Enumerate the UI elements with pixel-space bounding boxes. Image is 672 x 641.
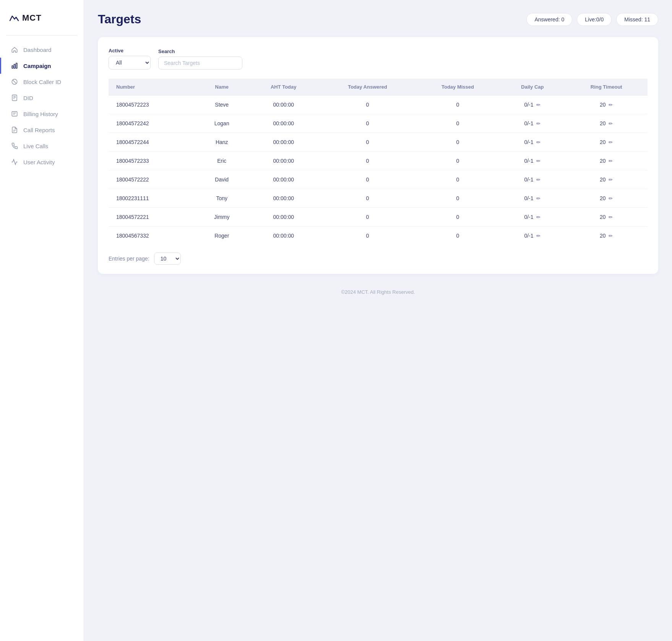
live-calls-icon [10,142,19,149]
page-header: Targets Answered: 0 Live:0/0 Missed: 11 [98,12,658,26]
billing-icon [10,110,19,117]
edit-daily-cap-icon[interactable]: ✏ [536,177,541,183]
edit-daily-cap-icon[interactable]: ✏ [536,102,541,108]
header-badges: Answered: 0 Live:0/0 Missed: 11 [526,13,658,26]
cell-daily-cap: 0/-1 ✏ [500,96,565,114]
active-filter-group: Active All Active Inactive [109,48,151,70]
cell-ring-timeout: 20 ✏ [565,170,648,189]
cell-ring-timeout: 20 ✏ [565,152,648,170]
cell-ring-timeout: 20 ✏ [565,189,648,208]
edit-ring-timeout-icon[interactable]: ✏ [609,158,613,164]
activity-icon [10,159,19,165]
edit-daily-cap-icon[interactable]: ✏ [536,196,541,201]
sidebar-item-call-reports[interactable]: Call Reports [0,122,84,138]
sidebar-item-block-caller-id[interactable]: Block Caller ID [0,74,84,90]
svg-rect-5 [12,95,17,101]
sidebar-item-campaign[interactable]: Campaign [0,58,84,74]
cell-today-missed: 0 [416,208,500,227]
edit-ring-timeout-icon[interactable]: ✏ [609,102,613,108]
home-icon [10,46,19,53]
bar-chart-icon [10,62,19,69]
svg-line-4 [13,80,16,84]
cell-name: David [196,170,248,189]
logo-icon [9,14,20,22]
cell-aht-today: 00:00:00 [248,152,319,170]
cell-daily-cap: 0/-1 ✏ [500,208,565,227]
table-row: 18004572221 Jimmy 00:00:00 0 0 0/-1 ✏ 20… [109,208,648,227]
cell-today-missed: 0 [416,96,500,114]
cell-daily-cap: 0/-1 ✏ [500,114,565,133]
sidebar-item-live-calls[interactable]: Live Calls [0,138,84,154]
edit-daily-cap-icon[interactable]: ✏ [536,214,541,220]
table-body: 18004572223 Steve 00:00:00 0 0 0/-1 ✏ 20… [109,96,648,245]
table-footer: Entries per page: 10 25 50 100 [109,253,648,265]
edit-daily-cap-icon[interactable]: ✏ [536,121,541,126]
targets-card: Active All Active Inactive Search Number… [98,37,658,274]
copyright-text: ©2024 MCT. All Rights Reserved. [341,289,415,295]
cell-number: 18004572233 [109,152,196,170]
cell-today-answered: 0 [319,170,416,189]
sidebar-item-did[interactable]: DID [0,90,84,106]
cell-name: Steve [196,96,248,114]
cell-today-answered: 0 [319,114,416,133]
cell-aht-today: 00:00:00 [248,227,319,245]
cell-daily-cap: 0/-1 ✏ [500,189,565,208]
svg-rect-1 [14,64,15,68]
edit-daily-cap-icon[interactable]: ✏ [536,233,541,239]
col-today-answered: Today Answered [319,79,416,96]
cell-today-answered: 0 [319,96,416,114]
svg-rect-0 [12,66,13,68]
sidebar-item-live-calls-label: Live Calls [23,143,48,149]
cell-today-answered: 0 [319,227,416,245]
edit-ring-timeout-icon[interactable]: ✏ [609,139,613,145]
cell-aht-today: 00:00:00 [248,189,319,208]
cell-aht-today: 00:00:00 [248,133,319,152]
cell-today-answered: 0 [319,189,416,208]
entries-per-page-select[interactable]: 10 25 50 100 [154,253,181,265]
edit-ring-timeout-icon[interactable]: ✏ [609,214,613,220]
targets-table: Number Name AHT Today Today Answered Tod… [109,79,648,245]
table-row: 18004572242 Logan 00:00:00 0 0 0/-1 ✏ 20… [109,114,648,133]
cell-ring-timeout: 20 ✏ [565,114,648,133]
search-input[interactable] [158,57,242,70]
cell-aht-today: 00:00:00 [248,170,319,189]
edit-ring-timeout-icon[interactable]: ✏ [609,233,613,239]
svg-rect-2 [16,63,17,68]
table-header: Number Name AHT Today Today Answered Tod… [109,79,648,96]
filters-row: Active All Active Inactive Search [109,48,648,70]
cell-aht-today: 00:00:00 [248,208,319,227]
logo-area: MCT [0,9,84,35]
active-filter-select[interactable]: All Active Inactive [109,56,151,70]
cell-name: Jimmy [196,208,248,227]
cell-today-missed: 0 [416,133,500,152]
logo-text: MCT [22,13,42,23]
cell-name: Eric [196,152,248,170]
edit-ring-timeout-icon[interactable]: ✏ [609,177,613,183]
cell-ring-timeout: 20 ✏ [565,208,648,227]
cell-today-missed: 0 [416,114,500,133]
edit-daily-cap-icon[interactable]: ✏ [536,139,541,145]
edit-ring-timeout-icon[interactable]: ✏ [609,121,613,126]
missed-badge: Missed: 11 [616,13,658,26]
call-reports-icon [10,126,19,133]
sidebar-item-did-label: DID [23,95,33,101]
cell-name: Tony [196,189,248,208]
cell-ring-timeout: 20 ✏ [565,227,648,245]
cell-daily-cap: 0/-1 ✏ [500,170,565,189]
cell-name: Roger [196,227,248,245]
edit-daily-cap-icon[interactable]: ✏ [536,158,541,164]
cell-today-answered: 0 [319,133,416,152]
col-today-missed: Today Missed [416,79,500,96]
sidebar-item-dashboard[interactable]: Dashboard [0,42,84,58]
entries-per-page-label: Entries per page: [109,256,149,262]
col-name: Name [196,79,248,96]
sidebar-item-user-activity[interactable]: User Activity [0,154,84,170]
sidebar-item-billing-history-label: Billing History [23,111,58,117]
edit-ring-timeout-icon[interactable]: ✏ [609,196,613,201]
sidebar-item-call-reports-label: Call Reports [23,127,55,133]
sidebar-item-billing-history[interactable]: Billing History [0,106,84,122]
cell-daily-cap: 0/-1 ✏ [500,227,565,245]
cell-number: 18004572242 [109,114,196,133]
sidebar-item-campaign-label: Campaign [23,63,51,69]
main-content: Targets Answered: 0 Live:0/0 Missed: 11 … [84,0,672,641]
